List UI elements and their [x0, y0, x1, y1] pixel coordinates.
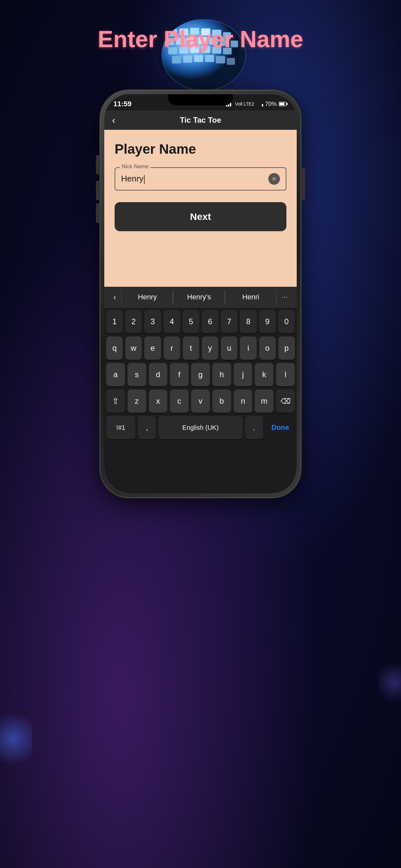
key-x[interactable]: x: [149, 390, 167, 413]
key-n[interactable]: n: [234, 390, 252, 413]
key-0[interactable]: 0: [278, 310, 295, 333]
key-1[interactable]: 1: [106, 310, 123, 333]
key-a[interactable]: a: [106, 363, 125, 386]
delete-key[interactable]: [276, 390, 295, 413]
key-b[interactable]: b: [212, 390, 231, 413]
suggestion-1[interactable]: Henry: [121, 290, 173, 304]
status-icons: Voll LTE2 70%: [226, 101, 288, 107]
svg-rect-35: [287, 103, 288, 105]
key-z[interactable]: z: [127, 390, 146, 413]
svg-rect-25: [216, 56, 225, 63]
key-4[interactable]: 4: [164, 310, 180, 333]
keyboard: ‹ Henry Henry's Henri ··· 1 2 3 4: [104, 287, 297, 493]
battery-icon: [279, 101, 288, 106]
player-name-heading: Player Name: [115, 142, 286, 157]
battery-level: 70%: [265, 101, 277, 107]
svg-rect-33: [262, 104, 263, 106]
keyboard-row-special: !#1 , English (UK) . Done: [106, 416, 295, 439]
key-m[interactable]: m: [255, 390, 274, 413]
key-7[interactable]: 7: [221, 310, 237, 333]
key-2[interactable]: 2: [125, 310, 142, 333]
keyboard-row-numbers: 1 2 3 4 5 6 7 8 9 0: [106, 310, 295, 333]
key-r[interactable]: r: [164, 337, 180, 360]
key-e[interactable]: e: [144, 337, 161, 360]
keyboard-row-qwerty: q w e r t y u i o p: [106, 337, 295, 360]
svg-rect-22: [183, 56, 192, 63]
autocomplete-back-icon[interactable]: ‹: [108, 292, 121, 302]
suggestion-2[interactable]: Henry's: [173, 290, 225, 304]
key-u[interactable]: u: [221, 337, 237, 360]
shift-key[interactable]: [106, 390, 125, 413]
autocomplete-row: ‹ Henry Henry's Henri ···: [104, 287, 297, 307]
key-3[interactable]: 3: [144, 310, 161, 333]
key-g[interactable]: g: [191, 363, 210, 386]
delete-icon: [281, 397, 290, 406]
next-button[interactable]: Next: [115, 202, 286, 231]
key-6[interactable]: 6: [202, 310, 218, 333]
key-q[interactable]: q: [106, 337, 123, 360]
period-key[interactable]: .: [245, 416, 263, 439]
svg-rect-21: [172, 56, 181, 63]
svg-rect-26: [227, 58, 235, 65]
key-y[interactable]: y: [202, 337, 218, 360]
key-o[interactable]: o: [259, 337, 276, 360]
key-k[interactable]: k: [255, 363, 274, 386]
space-key[interactable]: English (UK): [158, 416, 243, 439]
nickname-input-container[interactable]: Henry ×: [115, 167, 286, 190]
autocomplete-more-icon[interactable]: ···: [277, 293, 293, 301]
key-v[interactable]: v: [191, 390, 210, 413]
key-5[interactable]: 5: [183, 310, 199, 333]
key-9[interactable]: 9: [259, 310, 276, 333]
glow-left: [0, 707, 32, 771]
key-s[interactable]: s: [127, 363, 146, 386]
autocomplete-suggestions: Henry Henry's Henri: [121, 290, 276, 304]
keyboard-row-asdf: a s d f g h j k l: [106, 363, 295, 386]
network-label: Voll LTE2: [235, 101, 254, 106]
phone-notch: [168, 94, 233, 105]
clear-icon: ×: [272, 175, 276, 182]
phone-outer-shell: 11:59 Voll LTE2 70%: [100, 90, 301, 497]
key-8[interactable]: 8: [240, 310, 256, 333]
glow-right: [378, 658, 401, 707]
key-i[interactable]: i: [240, 337, 256, 360]
clear-input-button[interactable]: ×: [268, 173, 280, 185]
suggestion-3[interactable]: Henri: [225, 290, 277, 304]
key-l[interactable]: l: [276, 363, 295, 386]
shift-icon: [112, 396, 119, 406]
svg-rect-36: [279, 103, 284, 105]
num-key[interactable]: !#1: [106, 416, 135, 439]
wifi-signal-icon: [256, 101, 263, 106]
nav-bar: ‹ Tic Tac Toe: [104, 111, 297, 130]
phone-device: 11:59 Voll LTE2 70%: [100, 90, 301, 497]
nav-title: Tic Tac Toe: [180, 116, 221, 125]
nickname-text: Henry: [121, 174, 268, 184]
key-j[interactable]: j: [234, 363, 252, 386]
nickname-field-wrapper: Nick Name Henry ×: [115, 167, 286, 190]
phone-screen: 11:59 Voll LTE2 70%: [104, 94, 297, 493]
key-h[interactable]: h: [212, 363, 231, 386]
key-w[interactable]: w: [125, 337, 142, 360]
status-time: 11:59: [113, 100, 131, 108]
key-t[interactable]: t: [183, 337, 199, 360]
key-p[interactable]: p: [278, 337, 295, 360]
nickname-label: Nick Name: [120, 163, 150, 170]
done-key[interactable]: Done: [266, 416, 295, 439]
svg-rect-23: [194, 55, 203, 62]
svg-rect-24: [205, 55, 214, 62]
back-button[interactable]: ‹: [112, 115, 115, 126]
page-title: Enter Player Name: [98, 26, 303, 52]
key-d[interactable]: d: [149, 363, 167, 386]
key-f[interactable]: f: [170, 363, 189, 386]
comma-key[interactable]: ,: [138, 416, 156, 439]
keyboard-row-zxcv: z x c v b n m: [106, 390, 295, 413]
text-cursor: [144, 175, 145, 184]
key-c[interactable]: c: [170, 390, 189, 413]
keyboard-rows: 1 2 3 4 5 6 7 8 9 0 q w: [104, 307, 297, 442]
